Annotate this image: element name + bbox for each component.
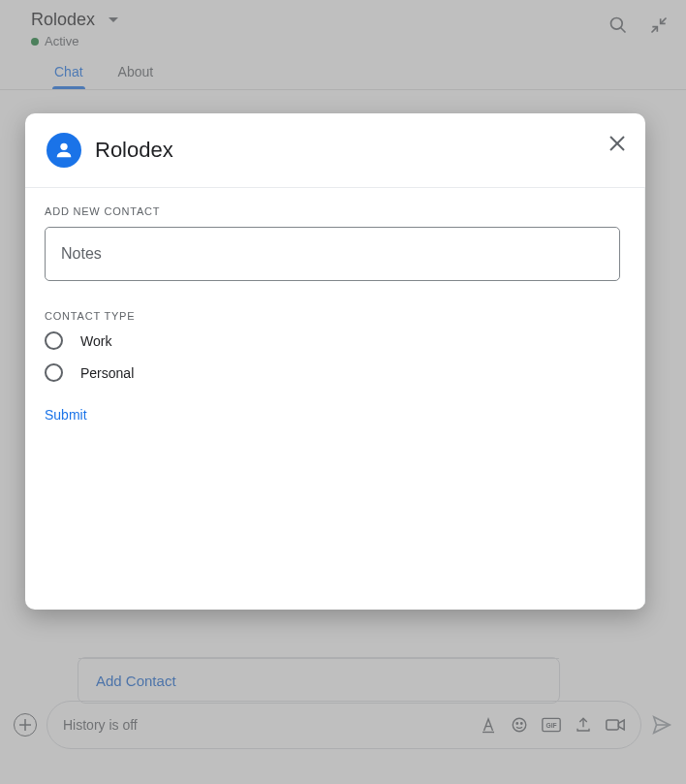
radio-icon xyxy=(45,331,63,350)
notes-placeholder: Notes xyxy=(61,245,102,263)
person-icon xyxy=(47,133,81,168)
section-contact-type-label: CONTACT TYPE xyxy=(45,310,625,322)
section-add-contact-label: ADD NEW CONTACT xyxy=(45,205,625,217)
notes-input[interactable]: Notes xyxy=(45,227,620,281)
svg-point-17 xyxy=(60,143,67,150)
dialog-title: Rolodex xyxy=(95,138,173,163)
radio-label-personal: Personal xyxy=(80,365,134,381)
radio-icon xyxy=(45,363,63,382)
contact-type-group: Work Personal xyxy=(45,331,625,382)
radio-label-work: Work xyxy=(80,333,111,349)
radio-option-work[interactable]: Work xyxy=(45,331,625,350)
add-contact-dialog: Rolodex ADD NEW CONTACT Notes CONTACT TY… xyxy=(25,113,645,610)
radio-option-personal[interactable]: Personal xyxy=(45,363,625,382)
submit-label: Submit xyxy=(45,407,87,423)
dialog-body: ADD NEW CONTACT Notes CONTACT TYPE Work … xyxy=(25,188,645,610)
submit-button[interactable]: Submit xyxy=(45,407,625,423)
close-icon[interactable] xyxy=(608,135,626,152)
dialog-header: Rolodex xyxy=(25,113,645,188)
